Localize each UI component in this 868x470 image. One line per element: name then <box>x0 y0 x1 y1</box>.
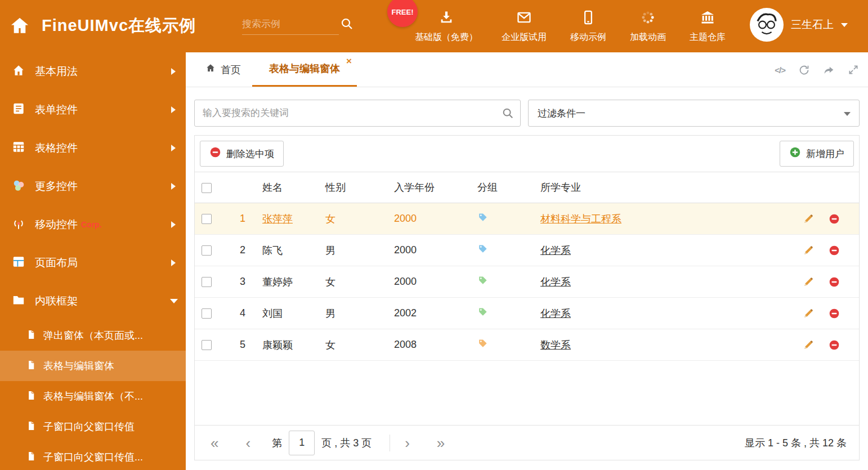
search-icon[interactable] <box>340 17 354 33</box>
delete-row-icon[interactable] <box>829 308 840 319</box>
column-header-year: 入学年份 <box>387 172 471 203</box>
tab-bar: 首页 表格与编辑窗体 × </> <box>186 52 868 87</box>
filter-row: 过滤条件一 <box>194 100 860 127</box>
prev-page-button[interactable]: ‹ <box>242 436 254 450</box>
gender-cell: 女 <box>319 329 387 361</box>
keyword-search-input[interactable] <box>194 100 521 127</box>
app-header: FineUIMvc在线示例 FREE! 基础版（免费） 企业版试用 移动示例 <box>0 0 868 52</box>
header-search-input[interactable] <box>242 15 339 34</box>
page-number-input[interactable] <box>289 431 315 455</box>
chevron-right-icon <box>171 259 176 266</box>
major-link[interactable]: 材料科学与工程系 <box>540 213 621 225</box>
antenna-icon <box>11 216 26 233</box>
sidebar-item-more-controls[interactable]: 更多控件 <box>0 167 186 205</box>
gender-cell: 女 <box>319 203 387 235</box>
table-row[interactable]: 2 陈飞 男 2000 化学系 <box>195 235 859 266</box>
sidebar-subitem-child-to-parent-2[interactable]: 子窗口向父窗口传值... <box>0 442 186 470</box>
close-icon[interactable]: × <box>346 56 352 66</box>
tab-label: 首页 <box>221 63 241 77</box>
tab-home[interactable]: 首页 <box>194 52 252 87</box>
table-row[interactable]: 3 董婷婷 女 2000 化学系 <box>195 266 859 298</box>
layout-icon <box>11 254 26 271</box>
user-name: 三生石上 <box>791 17 834 32</box>
sidebar-subitem-grid-edit-window[interactable]: 表格与编辑窗体 <box>0 351 186 381</box>
name-link[interactable]: 董婷婷 <box>262 276 293 288</box>
expand-icon[interactable] <box>848 64 859 75</box>
delete-row-icon[interactable] <box>829 339 840 351</box>
major-link[interactable]: 化学系 <box>540 308 571 319</box>
grid-panel: 删除选中项 新增用户 姓名 性别 入学年份 <box>194 135 860 460</box>
edit-pencil-icon[interactable] <box>803 308 814 319</box>
filter-dropdown[interactable]: 过滤条件一 <box>528 100 860 127</box>
year-cell: 2002 <box>387 298 471 329</box>
sidebar-item-form-controls[interactable]: 表单控件 <box>0 91 186 129</box>
sidebar-item-label: 移动控件 <box>35 217 78 232</box>
edit-pencil-icon[interactable] <box>803 245 814 256</box>
avatar <box>750 8 784 42</box>
first-page-button[interactable]: « <box>207 436 222 450</box>
name-link[interactable]: 张萍萍 <box>262 213 293 225</box>
file-icon <box>26 329 37 342</box>
header-search <box>242 15 339 35</box>
sidebar-item-page-layout[interactable]: 页面布局 <box>0 244 186 282</box>
name-link[interactable]: 陈飞 <box>262 245 283 256</box>
grid-header-row: 姓名 性别 入学年份 分组 所学专业 <box>195 172 859 203</box>
table-row[interactable]: 4 刘国 男 2002 化学系 <box>195 298 859 329</box>
row-checkbox[interactable] <box>202 214 212 224</box>
table-row[interactable]: 1 张萍萍 女 2000 材料科学与工程系 <box>195 203 859 235</box>
major-link[interactable]: 化学系 <box>540 245 571 256</box>
chevron-down-icon <box>844 112 851 116</box>
edit-pencil-icon[interactable] <box>803 276 814 288</box>
source-code-icon[interactable]: </> <box>775 65 785 75</box>
tab-grid-edit-window[interactable]: 表格与编辑窗体 × <box>252 52 357 87</box>
home-logo-icon[interactable] <box>9 15 30 39</box>
sidebar-subitem-label: 表格与编辑窗体（不... <box>43 390 143 403</box>
edit-pencil-icon[interactable] <box>803 213 814 225</box>
name-link[interactable]: 刘国 <box>262 308 283 319</box>
share-icon[interactable] <box>823 64 835 76</box>
add-user-button[interactable]: 新增用户 <box>780 141 854 167</box>
tab-actions: </> <box>775 52 859 87</box>
nav-item-mobile-demo[interactable]: 移动示例 <box>558 0 618 52</box>
user-menu[interactable]: 三生石上 <box>750 8 848 42</box>
sidebar-subitem-grid-edit-window-2[interactable]: 表格与编辑窗体（不... <box>0 381 186 411</box>
row-checkbox[interactable] <box>202 277 212 287</box>
name-link[interactable]: 康颖颖 <box>262 339 293 351</box>
sidebar-item-mobile-controls[interactable]: 移动控件 Corp. <box>0 205 186 244</box>
column-header-name: 姓名 <box>256 172 319 203</box>
minus-circle-icon <box>209 146 221 161</box>
last-page-button[interactable]: » <box>433 436 448 450</box>
year-cell: 2000 <box>387 266 471 298</box>
sidebar-subitem-popup-window[interactable]: 弹出窗体（本页面或... <box>0 320 186 351</box>
delete-row-icon[interactable] <box>829 213 840 225</box>
sidebar-item-label: 基本用法 <box>35 64 78 79</box>
major-link[interactable]: 数学系 <box>540 339 571 351</box>
refresh-icon[interactable] <box>798 64 810 76</box>
delete-selected-button[interactable]: 删除选中项 <box>200 141 284 167</box>
major-link[interactable]: 化学系 <box>540 276 571 288</box>
sidebar-item-basic-usage[interactable]: 基本用法 <box>0 52 186 91</box>
row-checkbox[interactable] <box>202 308 212 319</box>
row-checkbox[interactable] <box>202 245 212 256</box>
nav-item-loading-animation[interactable]: 加载动画 <box>618 0 678 52</box>
next-page-button[interactable]: › <box>401 436 413 450</box>
edit-pencil-icon[interactable] <box>803 339 814 351</box>
nav-item-label: 加载动画 <box>630 32 666 43</box>
nav-item-theme-store[interactable]: 主题仓库 <box>678 0 737 52</box>
nav-item-enterprise-trial[interactable]: 企业版试用 <box>490 0 558 52</box>
search-icon[interactable] <box>502 107 514 122</box>
sidebar: 基本用法 表单控件 表格控件 更多控件 移动控件 Corp. 页面布局 <box>0 52 186 470</box>
sidebar-item-label: 页面布局 <box>35 256 78 270</box>
pager-divider <box>390 435 390 451</box>
sidebar-item-inline-frame[interactable]: 内联框架 <box>0 282 186 320</box>
row-checkbox[interactable] <box>202 340 212 350</box>
delete-row-icon[interactable] <box>829 245 840 256</box>
sidebar-subitem-child-to-parent[interactable]: 子窗口向父窗口传值 <box>0 411 186 442</box>
sidebar-item-grid-controls[interactable]: 表格控件 <box>0 129 186 167</box>
tag-icon <box>477 275 488 286</box>
table-row[interactable]: 5 康颖颖 女 2008 数学系 <box>195 329 859 361</box>
chevron-right-icon <box>171 221 176 228</box>
sidebar-item-label: 表格控件 <box>35 141 78 155</box>
delete-row-icon[interactable] <box>829 276 840 288</box>
select-all-checkbox[interactable] <box>202 183 212 193</box>
